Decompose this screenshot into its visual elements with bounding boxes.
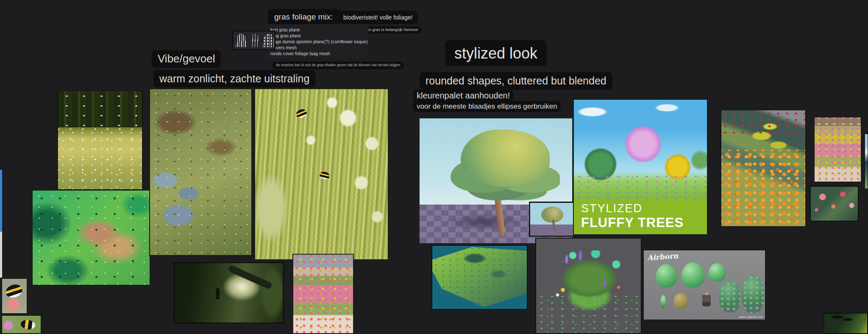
- image-pink-flowers-painting[interactable]: [810, 186, 859, 222]
- image-meadow-painting[interactable]: [57, 90, 143, 190]
- heart-leaf-figure: [708, 263, 726, 282]
- image-foliage-painting[interactable]: [149, 88, 252, 256]
- grass-list-item: ronde cover foliage laag mesh: [270, 51, 364, 56]
- image-fluffy-trees-promo[interactable]: STYLIZED FLUFFY TREES: [573, 99, 708, 235]
- bumblebee-figure: [4, 283, 24, 300]
- leaf-texture: [719, 281, 740, 312]
- note-kleurenpalet[interactable]: kleurenpalet aanhouden!: [413, 90, 513, 102]
- note-vibe-gevoel[interactable]: Vibe/gevoel: [152, 50, 221, 68]
- fluffy-trees-banner: STYLIZED FLUFFY TREES: [574, 199, 707, 234]
- airborn-url-label: WWW.AIRBORN.ART: [739, 316, 763, 318]
- grass-tuft-clover: [263, 34, 274, 47]
- grass-list-item: lang gras plane: [270, 33, 364, 39]
- foliage-speckle-texture: [150, 89, 251, 255]
- image-edge-strip-white[interactable]: [0, 232, 2, 278]
- image-stylized-tree-thumbnail[interactable]: [529, 202, 574, 237]
- grass-list-item: kort gras plane: [270, 27, 364, 33]
- grass-list-item: klavers mesh: [270, 45, 364, 51]
- terrain-speckle-texture: [432, 246, 527, 309]
- grass-tuft-short: [236, 34, 247, 47]
- image-corner-jungle-partial[interactable]: [823, 313, 868, 334]
- note-biodiversiteit[interactable]: biodiveristeit! volle foliage!: [338, 11, 418, 24]
- bumblebee-figure: [319, 171, 330, 180]
- note-grass-list[interactable]: kort gras plane lang gras plane lange du…: [267, 24, 368, 59]
- image-airborn-leaf-sheet[interactable]: Airborn WWW.AIRBORN.ART: [643, 250, 766, 320]
- meadow-treeline-texture: [58, 91, 142, 127]
- image-bees-grass-painting[interactable]: [254, 88, 389, 260]
- red-flower-texture: [721, 110, 805, 136]
- garden-flower-texture: [293, 255, 353, 333]
- tree-canopy-figure: [461, 129, 550, 187]
- character-figure: [702, 292, 711, 306]
- image-grass-brush-thumbnails[interactable]: [232, 31, 275, 50]
- leafy-rock-figure: [719, 281, 740, 312]
- meadow-flower-texture: [58, 129, 142, 189]
- heart-leaf-figure: [681, 262, 705, 288]
- image-bush-viewport-render[interactable]: [535, 238, 642, 334]
- leaf-texture: [742, 275, 764, 313]
- note-warm-zonlicht[interactable]: warm zonlicht, zachte uitstraling: [153, 70, 315, 87]
- grass-tuft-long: [250, 33, 259, 47]
- small-leaf-figure: [661, 295, 666, 308]
- moodboard-canvas[interactable]: gras foliage mix: biodiveristeit! volle …: [0, 0, 868, 334]
- image-poppies-painting[interactable]: [721, 109, 806, 227]
- banner-line-2: FLUFFY TREES: [581, 215, 707, 230]
- airborn-logo: Airborn: [647, 251, 678, 262]
- fallen-trunk-figure: [227, 265, 273, 290]
- image-bee-photo[interactable]: [1, 278, 28, 314]
- dry-leaf-figure: [673, 293, 688, 309]
- note-rounded-shapes[interactable]: rounded shapes, cluttered but blended: [420, 72, 612, 90]
- note-voor-de-meeste[interactable]: voor de meeste blaadjes ellipses gerbrui…: [413, 101, 561, 112]
- banner-line-1: STYLIZED: [581, 202, 707, 215]
- garden-small-flower-texture: [815, 118, 861, 182]
- note-gras-foliage-mix[interactable]: gras foliage mix:: [268, 9, 339, 25]
- note-de-meshes[interactable]: de meshes kan ik ook de gras shader geve…: [272, 62, 404, 69]
- heart-leaf-figure: [656, 264, 677, 288]
- tree-shadow: [444, 213, 523, 230]
- leaf-scatter-texture: [536, 293, 641, 333]
- image-bee-photo[interactable]: [1, 315, 42, 334]
- bumblebee-figure: [295, 108, 308, 119]
- note-stylized-look[interactable]: stylized look: [445, 40, 547, 66]
- image-jungle-scene[interactable]: [174, 262, 284, 323]
- image-terrain-render[interactable]: [431, 245, 528, 310]
- bushes-speckle-texture: [33, 191, 150, 285]
- poppy-flower-texture: [721, 150, 805, 226]
- grass-list-item: lange dunne sprieten plane(?) (cornflowe…: [270, 39, 364, 45]
- explorer-figure: [216, 288, 220, 299]
- image-ghibli-bushes-painting[interactable]: [32, 190, 150, 286]
- image-flower-garden-painting[interactable]: [292, 254, 354, 334]
- image-edge-strip-blue[interactable]: [0, 170, 2, 232]
- image-garden-small-painting[interactable]: [814, 117, 862, 182]
- image-right-edge-partial[interactable]: [865, 134, 868, 189]
- fluffy-flower-texture: [574, 174, 707, 200]
- bumblebee-figure: [20, 319, 36, 331]
- leafy-rock-figure: [742, 275, 764, 313]
